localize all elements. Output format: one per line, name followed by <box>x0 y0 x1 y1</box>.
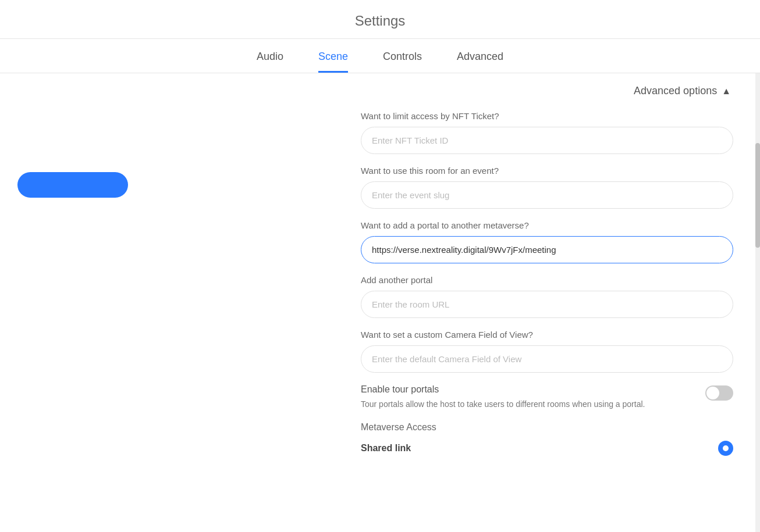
content-area: Advanced options ▲ Want to limit access … <box>361 85 751 479</box>
portal-metaverse-input[interactable] <box>361 236 733 263</box>
tour-portals-title: Enable tour portals <box>361 384 694 395</box>
scrollbar-track[interactable] <box>755 73 760 532</box>
advanced-options-label: Advanced options <box>634 85 717 97</box>
add-portal-input[interactable] <box>361 291 733 318</box>
nft-ticket-section: Want to limit access by NFT Ticket? <box>361 111 733 154</box>
tab-scene[interactable]: Scene <box>318 51 348 73</box>
tour-portals-description: Tour portals allow the host to take user… <box>361 398 694 410</box>
shared-link-label: Shared link <box>361 443 411 454</box>
nft-ticket-label: Want to limit access by NFT Ticket? <box>361 111 733 121</box>
camera-fov-section: Want to set a custom Camera Field of Vie… <box>361 330 733 373</box>
tour-portals-toggle[interactable] <box>705 385 733 401</box>
right-panel: Advanced options ▲ Want to limit access … <box>361 73 760 532</box>
tabs-bar: Audio Scene Controls Advanced <box>0 39 760 73</box>
blue-button[interactable] <box>17 172 128 198</box>
nft-ticket-input[interactable] <box>361 127 733 154</box>
page-header: Settings <box>0 0 760 39</box>
radio-inner <box>723 445 729 451</box>
metaverse-access-label: Metaverse Access <box>361 422 733 433</box>
portal-metaverse-label: Want to add a portal to another metavers… <box>361 220 733 230</box>
camera-fov-input[interactable] <box>361 345 733 373</box>
scrollbar-thumb[interactable] <box>755 143 760 248</box>
tab-advanced[interactable]: Advanced <box>457 51 503 73</box>
event-slug-input[interactable] <box>361 181 733 209</box>
left-panel <box>0 73 361 532</box>
portal-metaverse-section: Want to add a portal to another metavers… <box>361 220 733 263</box>
shared-link-row: Shared link <box>361 441 733 456</box>
tour-portals-row: Enable tour portals Tour portals allow t… <box>361 384 733 410</box>
metaverse-access-section: Metaverse Access Shared link <box>361 422 733 456</box>
page-title: Settings <box>0 13 760 29</box>
add-portal-section: Add another portal <box>361 275 733 318</box>
add-portal-label: Add another portal <box>361 275 733 285</box>
main-layout: Advanced options ▲ Want to limit access … <box>0 73 760 532</box>
event-slug-section: Want to use this room for an event? <box>361 166 733 209</box>
tour-portals-text: Enable tour portals Tour portals allow t… <box>361 384 694 410</box>
camera-fov-label: Want to set a custom Camera Field of Vie… <box>361 330 733 340</box>
tab-controls[interactable]: Controls <box>383 51 422 73</box>
event-slug-label: Want to use this room for an event? <box>361 166 733 176</box>
tour-portals-section: Enable tour portals Tour portals allow t… <box>361 384 733 410</box>
tab-audio[interactable]: Audio <box>257 51 283 73</box>
chevron-up-icon: ▲ <box>722 86 731 97</box>
toggle-knob <box>706 387 719 399</box>
shared-link-radio[interactable] <box>718 441 733 456</box>
advanced-options-header[interactable]: Advanced options ▲ <box>361 85 733 97</box>
